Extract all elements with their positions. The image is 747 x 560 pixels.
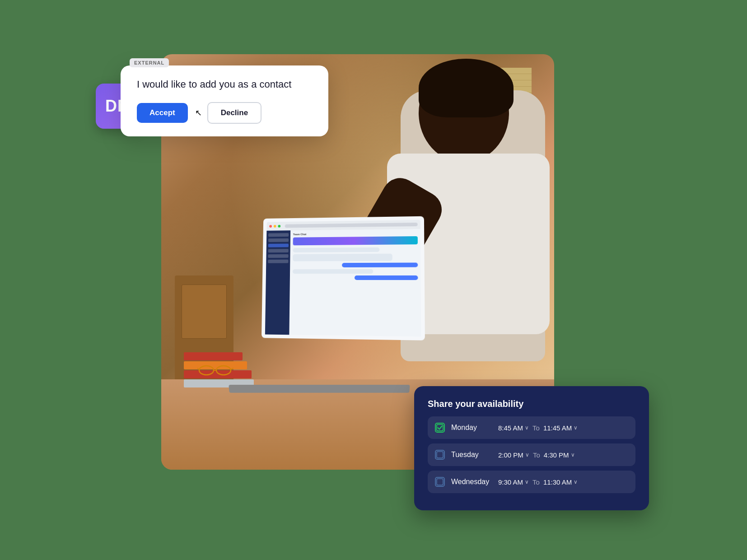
availability-row-wednesday: Wednesday 9:30 AM ∨ To 11:30 AM ∨ [428, 471, 635, 493]
monday-time-group: 8:45 AM ∨ To 11:45 AM ∨ [498, 424, 628, 432]
wednesday-label: Wednesday [451, 478, 492, 486]
tuesday-from-chevron: ∨ [525, 452, 529, 458]
monday-from-time[interactable]: 8:45 AM ∨ [498, 424, 529, 432]
external-badge: EXTERNAL [130, 58, 169, 67]
contact-request-dialog: EXTERNAL I would like to add you as a co… [121, 65, 328, 136]
tuesday-to-label: To [533, 451, 540, 459]
glasses [197, 361, 233, 375]
availability-row-tuesday: Tuesday 2:00 PM ∨ To 4:30 PM ∨ [428, 443, 635, 466]
wednesday-to-label: To [532, 478, 540, 486]
svg-point-0 [199, 366, 214, 375]
wednesday-time-group: 9:30 AM ∨ To 11:30 AM ∨ [498, 478, 628, 486]
accept-button[interactable]: Accept [137, 103, 188, 123]
dialog-actions: Accept ↖ Decline [137, 102, 312, 124]
availability-row-monday: Monday 8:45 AM ∨ To 11:45 AM ∨ [428, 416, 635, 439]
scene-container: Team Chat DM EX [80, 32, 667, 528]
tuesday-label: Tuesday [451, 451, 492, 459]
wednesday-checkbox[interactable] [435, 477, 445, 487]
tuesday-checkbox[interactable] [435, 450, 445, 460]
cursor-icon: ↖ [195, 108, 202, 118]
availability-card: Share your availability Monday 8:45 AM ∨… [414, 386, 649, 510]
svg-line-4 [231, 368, 233, 369]
availability-title: Share your availability [428, 399, 635, 409]
svg-line-3 [197, 368, 199, 369]
tuesday-time-group: 2:00 PM ∨ To 4:30 PM ∨ [498, 451, 628, 459]
monday-label: Monday [451, 424, 492, 432]
monday-to-chevron: ∨ [574, 425, 578, 431]
wednesday-from-time[interactable]: 9:30 AM ∨ [498, 478, 529, 486]
wednesday-to-chevron: ∨ [574, 479, 578, 485]
decline-button[interactable]: Decline [207, 102, 261, 124]
tuesday-to-chevron: ∨ [571, 452, 575, 458]
monday-from-chevron: ∨ [525, 425, 529, 431]
monday-to-time[interactable]: 11:45 AM ∨ [543, 424, 578, 432]
laptop-screen: Team Chat [261, 216, 425, 341]
monday-to-label: To [532, 424, 540, 432]
svg-rect-6 [437, 452, 443, 458]
svg-rect-7 [437, 479, 443, 485]
wednesday-from-chevron: ∨ [525, 479, 529, 485]
tuesday-from-time[interactable]: 2:00 PM ∨ [498, 451, 529, 459]
wednesday-to-time[interactable]: 11:30 AM ∨ [543, 478, 578, 486]
dialog-message: I would like to add you as a contact [137, 78, 312, 91]
laptop-base [229, 385, 410, 393]
monday-checkbox[interactable] [435, 423, 445, 433]
svg-point-1 [216, 366, 231, 375]
tuesday-to-time[interactable]: 4:30 PM ∨ [544, 451, 575, 459]
